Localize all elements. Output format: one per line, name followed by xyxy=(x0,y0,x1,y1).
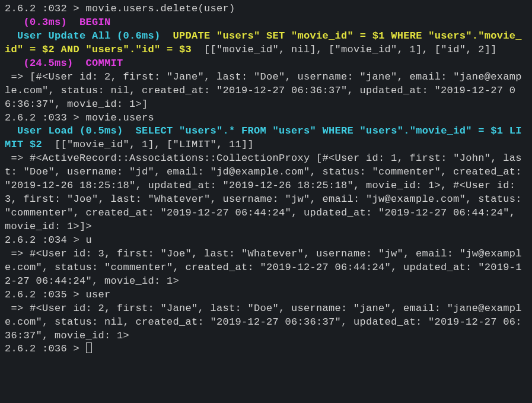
terminal-line: 2.6.2 :034 > u xyxy=(5,234,527,247)
terminal-text: User Load (0.5ms) xyxy=(17,125,123,137)
terminal-line: => #<User id: 2, first: "Jane", last: "D… xyxy=(5,302,527,343)
terminal-text xyxy=(5,30,17,42)
terminal-text: User Update All (0.6ms) xyxy=(17,30,161,42)
terminal-text: user xyxy=(86,289,111,300)
terminal-text: BEGIN xyxy=(79,17,111,28)
terminal-text: [["movie_id", nil], ["movie_id", 1], ["i… xyxy=(192,44,497,55)
terminal-text: => #<User id: 2, first: "Jane", last: "D… xyxy=(5,303,522,341)
terminal-text: 2.6.2 :035 > xyxy=(5,289,86,300)
terminal-text xyxy=(74,58,86,69)
terminal-text: 2.6.2 :036 > xyxy=(5,343,86,354)
terminal-line: (0.3ms) BEGIN xyxy=(5,16,527,30)
terminal-line: User Update All (0.6ms) UPDATE "users" S… xyxy=(5,30,527,57)
terminal-text xyxy=(5,17,24,28)
terminal-text xyxy=(67,17,79,28)
terminal-text: => [#<User id: 2, first: "Jane", last: "… xyxy=(5,71,522,110)
terminal-text: COMMIT xyxy=(86,58,123,69)
terminal-line: 2.6.2 :033 > movie.users xyxy=(5,112,527,125)
terminal-text: movie.users xyxy=(86,112,155,123)
terminal-text xyxy=(5,58,24,69)
terminal-text xyxy=(161,30,173,42)
terminal-text: => #<User id: 3, first: "Joe", last: "Wh… xyxy=(5,248,522,287)
terminal-line: 2.6.2 :032 > movie.users.delete(user) xyxy=(5,2,527,16)
terminal-text xyxy=(5,125,17,137)
terminal-text: => #<ActiveRecord::Associations::Collect… xyxy=(5,153,528,232)
terminal-line: => [#<User id: 2, first: "Jane", last: "… xyxy=(5,71,527,112)
terminal-text: 2.6.2 :033 > xyxy=(5,112,86,123)
cursor-icon xyxy=(86,342,92,353)
terminal-line: => #<ActiveRecord::Associations::Collect… xyxy=(5,152,527,234)
terminal-text: (0.3ms) xyxy=(24,17,68,28)
terminal-text: movie.users.delete(user) xyxy=(86,3,235,14)
terminal-output[interactable]: 2.6.2 :032 > movie.users.delete(user) (0… xyxy=(5,2,527,356)
terminal-line: 2.6.2 :035 > user xyxy=(5,288,527,302)
terminal-text: (24.5ms) xyxy=(24,58,74,69)
terminal-line: (24.5ms) COMMIT xyxy=(5,57,527,71)
terminal-text: [["movie_id", 1], ["LIMIT", 11]] xyxy=(42,139,254,150)
terminal-text: u xyxy=(86,234,93,246)
terminal-text xyxy=(123,125,136,137)
terminal-text: 2.6.2 :032 > xyxy=(5,3,86,14)
terminal-line: => #<User id: 3, first: "Joe", last: "Wh… xyxy=(5,247,527,288)
terminal-line: 2.6.2 :036 > xyxy=(5,342,527,356)
terminal-text: 2.6.2 :034 > xyxy=(5,234,86,246)
terminal-line: User Load (0.5ms) SELECT "users".* FROM … xyxy=(5,125,527,152)
